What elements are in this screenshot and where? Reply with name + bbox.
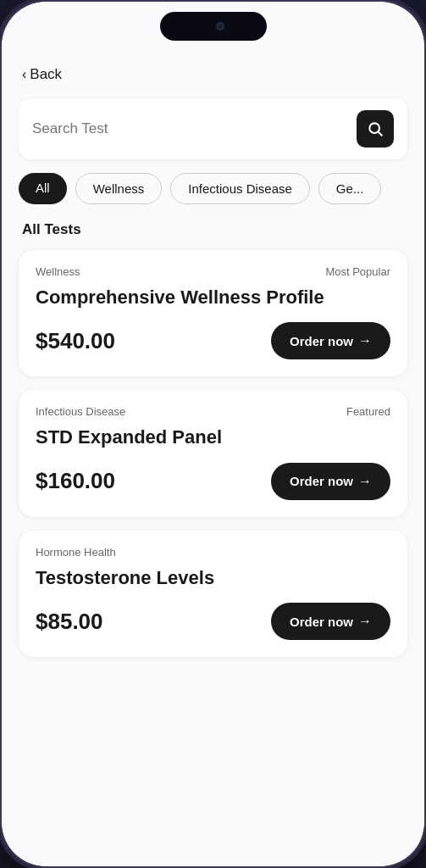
phone-screen: ‹ Back All [2, 2, 424, 866]
card-price-2: $85.00 [36, 609, 103, 635]
card-category-1: Infectious Disease [36, 405, 125, 418]
test-card-0: Wellness Most Popular Comprehensive Well… [19, 250, 407, 376]
card-badge-1: Featured [346, 405, 390, 418]
card-footer-0: $540.00 Order now → [36, 322, 390, 359]
filter-chip-wellness[interactable]: Wellness [75, 173, 163, 204]
back-chevron-icon: ‹ [22, 67, 26, 82]
notch [160, 12, 267, 41]
search-button[interactable] [357, 110, 394, 147]
card-header-1: Infectious Disease Featured [36, 405, 390, 418]
card-badge-0: Most Popular [325, 265, 390, 278]
search-container [2, 92, 424, 173]
back-button[interactable]: ‹ Back [2, 54, 424, 92]
order-button-1[interactable]: Order now → [271, 463, 390, 500]
arrow-icon-0: → [358, 333, 372, 348]
screen-content: ‹ Back All [2, 2, 424, 866]
svg-point-0 [369, 123, 379, 133]
card-header-2: Hormone Health [36, 546, 390, 559]
cards-container: Wellness Most Popular Comprehensive Well… [2, 250, 424, 682]
search-bar [19, 98, 407, 159]
card-name-2: Testosterone Levels [36, 567, 390, 589]
svg-line-1 [379, 132, 383, 136]
filter-chip-infectious[interactable]: Infectious Disease [170, 173, 310, 204]
order-button-0[interactable]: Order now → [271, 322, 390, 359]
phone-frame: ‹ Back All [0, 0, 426, 868]
card-category-0: Wellness [36, 265, 80, 278]
arrow-icon-2: → [358, 614, 372, 629]
card-footer-2: $85.00 Order now → [36, 603, 390, 640]
card-price-0: $540.00 [36, 328, 115, 354]
search-input[interactable] [32, 120, 357, 137]
test-card-1: Infectious Disease Featured STD Expanded… [19, 390, 407, 516]
filter-chip-all[interactable]: All [19, 173, 67, 204]
camera-dot [216, 22, 224, 31]
test-card-2: Hormone Health Testosterone Levels $85.0… [19, 531, 407, 657]
filter-chip-genetic[interactable]: Ge... [318, 173, 382, 204]
card-name-0: Comprehensive Wellness Profile [36, 287, 390, 309]
filter-row: All Wellness Infectious Disease Ge... [2, 173, 424, 218]
section-title: All Tests [2, 218, 424, 250]
search-icon [367, 120, 384, 137]
card-footer-1: $160.00 Order now → [36, 463, 390, 500]
card-name-1: STD Expanded Panel [36, 426, 390, 448]
order-button-2[interactable]: Order now → [271, 603, 390, 640]
card-header-0: Wellness Most Popular [36, 265, 390, 278]
arrow-icon-1: → [358, 474, 372, 489]
card-category-2: Hormone Health [36, 546, 116, 559]
card-price-1: $160.00 [36, 468, 115, 494]
back-label: Back [30, 66, 62, 83]
